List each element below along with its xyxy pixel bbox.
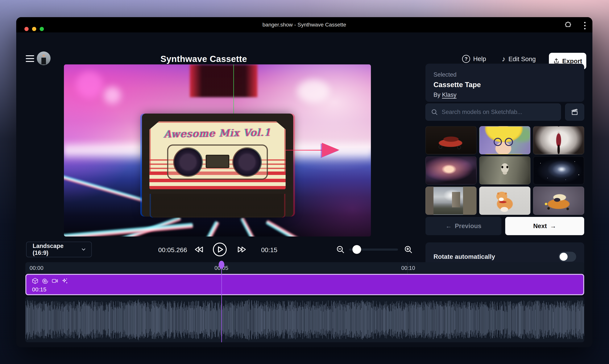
project-title: Synthwave Cassette (146, 54, 262, 64)
music-note-icon: ♪ (502, 55, 505, 63)
video-preview[interactable]: Awesome Mix Vol.1 (64, 65, 371, 236)
model-thumbnail-cartoon-car[interactable] (533, 187, 584, 215)
previous-label: Previous (455, 222, 481, 230)
cassette-reel-right (233, 148, 261, 176)
rewind-button[interactable] (191, 242, 207, 257)
model-thumbnail-sky-ship-clouds[interactable] (426, 156, 477, 184)
help-icon: ? (462, 55, 470, 63)
model-thumbnail-skull[interactable] (479, 156, 530, 184)
model-thumbnail-city-street[interactable] (426, 187, 477, 215)
model-thumbnail-red-sports-car[interactable] (426, 126, 477, 154)
slider-knob[interactable] (352, 245, 361, 254)
play-button[interactable] (212, 242, 228, 257)
browser-menu-kebab-icon[interactable] (583, 21, 586, 30)
aspect-ratio-dropdown[interactable]: Landscape (16:9) (26, 242, 92, 257)
zoom-in-icon[interactable] (401, 242, 416, 257)
arrow-right-icon: → (550, 222, 556, 230)
extensions-puzzle-icon[interactable] (564, 21, 572, 29)
cassette-title-text: Awesome Mix Vol.1 (160, 127, 275, 140)
help-label: Help (473, 55, 486, 63)
light-beam (265, 220, 371, 236)
timeline-zoom-slider[interactable] (349, 247, 398, 252)
playhead-line[interactable] (221, 262, 222, 342)
audio-waveform-track[interactable] (25, 297, 584, 342)
search-icon (431, 109, 438, 116)
search-input[interactable] (442, 109, 555, 116)
waveform-canvas (25, 297, 584, 342)
ruler-label: 00:10 (401, 265, 415, 271)
model-search-box[interactable] (426, 104, 561, 121)
bokeh-glow (104, 87, 121, 104)
zoom-out-icon[interactable] (332, 242, 348, 257)
selected-model-name: Cassette Tape (433, 81, 576, 89)
user-avatar[interactable] (37, 52, 51, 65)
model-thumbnail-anime-girl[interactable] (479, 126, 530, 154)
export-share-icon (553, 58, 560, 65)
current-time: 00:05.266 (150, 246, 195, 254)
rotate-automatically-label: Rotate automatically (433, 253, 495, 260)
author-link[interactable]: Klasy (442, 91, 457, 98)
app-window: banger.show - Synthwave Cassette Synthwa… (16, 17, 592, 347)
video-camera-icon (52, 277, 58, 284)
fast-forward-button[interactable] (234, 242, 250, 257)
pink-arrow-shape (322, 143, 339, 157)
background-doorway-shape (190, 65, 257, 97)
hamburger-menu-icon[interactable] (26, 55, 34, 62)
rotate-automatically-toggle[interactable] (559, 252, 576, 262)
chevron-down-icon (81, 247, 86, 252)
selected-label: Selected (433, 71, 576, 78)
model-thumbnail-fantasy-warrior[interactable] (533, 126, 584, 154)
ruler-label: 00:00 (29, 265, 43, 271)
glitch-scanline (233, 65, 234, 114)
cube-3d-icon (32, 277, 39, 284)
clip-feature-icons (32, 277, 68, 284)
selected-model-panel: Selected Cassette Tape By Klasy (426, 64, 584, 102)
cassette-label: Awesome Mix Vol.1 (149, 121, 286, 189)
cassette-reel-left (174, 148, 202, 176)
toggle-knob (560, 253, 567, 261)
help-button[interactable]: ? Help (462, 55, 486, 63)
previous-page-button[interactable]: ← Previous (426, 217, 501, 235)
clapperboard-button[interactable] (565, 104, 584, 121)
cassette-bottom (151, 194, 284, 218)
next-page-button[interactable]: Next → (505, 217, 584, 235)
next-label: Next (533, 222, 547, 230)
window-titlebar: banger.show - Synthwave Cassette (16, 17, 592, 32)
bokeh-glow (297, 80, 330, 103)
playhead-handle[interactable] (219, 261, 224, 269)
model-thumbnail-shiba-dog[interactable] (479, 187, 530, 215)
cassette-window (167, 144, 268, 180)
arrow-left-icon: ← (445, 222, 452, 230)
edit-song-label: Edit Song (509, 55, 536, 63)
aspect-ratio-value: Landscape (16:9) (33, 243, 81, 256)
edit-song-button[interactable]: ♪ Edit Song (502, 55, 536, 63)
window-title: banger.show - Synthwave Cassette (16, 17, 592, 32)
timeline-ruler[interactable]: 00:00 00:05 00:10 (25, 262, 584, 274)
by-prefix: By (433, 91, 442, 98)
cassette-3d-model[interactable]: Awesome Mix Vol.1 (142, 114, 293, 217)
model-thumbnail-spiral-galaxy[interactable] (533, 156, 584, 184)
clip-duration-label: 00:15 (32, 286, 46, 293)
timeline-scene-clip[interactable]: 00:15 (25, 274, 584, 295)
total-duration: 00:15 (254, 246, 284, 254)
cassette-hub (206, 155, 229, 168)
model-author-line: By Klasy (433, 91, 576, 98)
bokeh-glow (76, 71, 103, 98)
sparkles-icon (61, 277, 68, 284)
spiral-icon (42, 277, 48, 284)
